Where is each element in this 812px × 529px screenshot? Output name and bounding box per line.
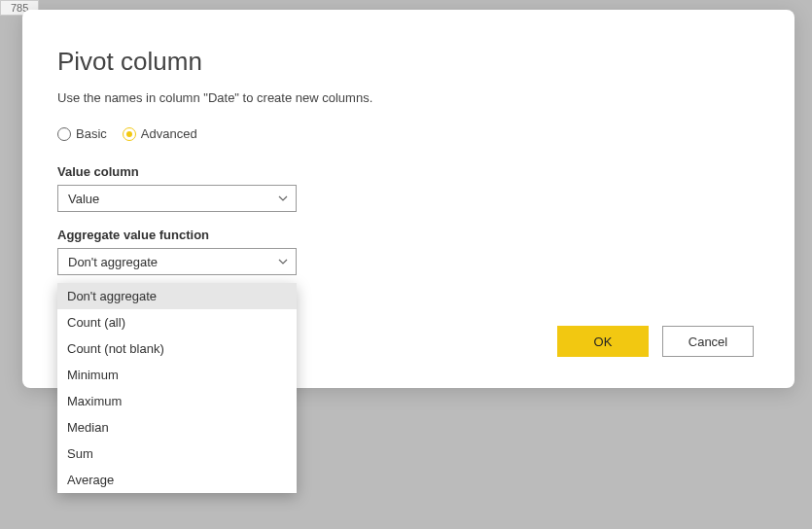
dropdown-option[interactable]: Sum — [57, 441, 297, 467]
radio-advanced-label: Advanced — [141, 126, 197, 141]
radio-icon — [57, 127, 71, 141]
ok-button[interactable]: OK — [557, 326, 649, 357]
dropdown-option[interactable]: Don't aggregate — [57, 283, 297, 309]
radio-basic-label: Basic — [76, 126, 107, 141]
dialog-subtitle: Use the names in column "Date" to create… — [57, 90, 754, 105]
pivot-column-dialog: Pivot column Use the names in column "Da… — [22, 10, 794, 388]
chevron-down-icon — [278, 257, 288, 266]
dropdown-option[interactable]: Minimum — [57, 362, 297, 388]
value-column-selected: Value — [68, 192, 99, 206]
dropdown-option[interactable]: Maximum — [57, 388, 297, 414]
radio-basic[interactable]: Basic — [57, 126, 107, 141]
aggregate-function-selected: Don't aggregate — [68, 255, 158, 269]
radio-icon — [123, 127, 136, 141]
radio-advanced[interactable]: Advanced — [123, 126, 197, 141]
aggregate-function-label: Aggregate value function — [57, 228, 754, 242]
aggregate-dropdown[interactable]: Don't aggregate Count (all) Count (not b… — [57, 283, 297, 493]
value-column-select[interactable]: Value — [57, 185, 297, 212]
value-column-label: Value column — [57, 164, 754, 179]
dialog-title: Pivot column — [57, 47, 754, 77]
dropdown-option[interactable]: Count (all) — [57, 309, 297, 335]
dropdown-option[interactable]: Average — [57, 467, 297, 493]
dropdown-option[interactable]: Median — [57, 414, 297, 441]
chevron-down-icon — [278, 194, 288, 203]
cancel-button[interactable]: Cancel — [662, 326, 754, 357]
aggregate-function-select[interactable]: Don't aggregate — [57, 248, 297, 275]
dropdown-option[interactable]: Count (not blank) — [57, 335, 297, 362]
mode-radio-group: Basic Advanced — [57, 126, 754, 141]
